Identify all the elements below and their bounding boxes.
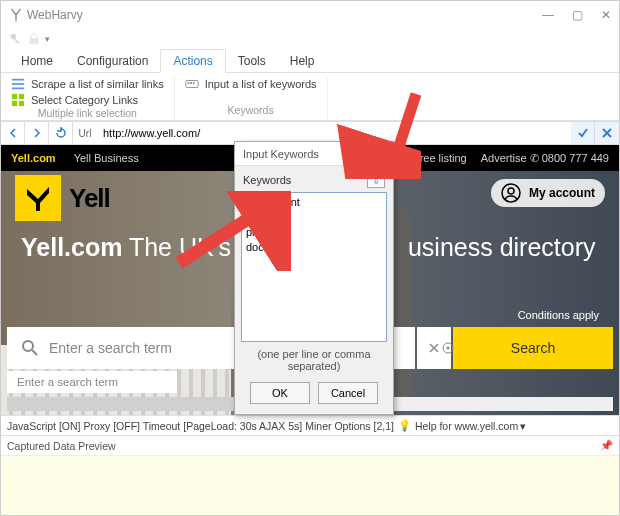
pin-icon[interactable]: 📌 xyxy=(600,439,613,452)
user-icon xyxy=(501,183,521,203)
menu-bar: Home Configuration Actions Tools Help xyxy=(1,49,619,73)
keywords-dropdown-button[interactable]: ⇩ xyxy=(367,172,385,188)
tab-help[interactable]: Help xyxy=(278,50,327,72)
keywords-label: Keywords xyxy=(243,174,291,186)
target-icon xyxy=(441,341,455,355)
list-icon xyxy=(11,77,25,91)
ribbon-group1-caption: Multiple link selection xyxy=(11,107,164,119)
go-button[interactable] xyxy=(571,122,595,144)
svg-rect-2 xyxy=(30,38,39,44)
tab-tools[interactable]: Tools xyxy=(226,50,278,72)
svg-rect-1 xyxy=(14,38,20,44)
status-text: JavaScript [ON] Proxy [OFF] Timeout [Pag… xyxy=(7,420,394,432)
svg-rect-4 xyxy=(12,83,24,85)
tab-actions[interactable]: Actions xyxy=(160,49,225,73)
yell-logo-icon xyxy=(23,183,53,213)
bulb-icon: 💡 xyxy=(398,419,411,432)
svg-rect-5 xyxy=(12,88,24,90)
scrape-similar-links-button[interactable]: Scrape a list of similar links xyxy=(11,77,164,91)
hero-brand: Yell.com xyxy=(21,233,122,261)
svg-rect-8 xyxy=(12,101,17,106)
phone-number: 0800 777 449 xyxy=(542,152,609,164)
captured-body xyxy=(1,456,619,516)
tab-home[interactable]: Home xyxy=(9,50,65,72)
search-icon xyxy=(21,339,39,357)
quick-access-toolbar: ▾ xyxy=(1,29,619,49)
x-icon xyxy=(601,127,613,139)
category-icon xyxy=(11,93,25,107)
search-button[interactable]: Search xyxy=(453,327,613,369)
check-icon xyxy=(577,127,589,139)
svg-point-16 xyxy=(23,341,33,351)
search-echo: Enter a search term xyxy=(7,371,177,393)
select-category-links-label: Select Category Links xyxy=(31,94,138,106)
svg-rect-13 xyxy=(193,82,195,84)
arrow-left-icon xyxy=(7,127,19,139)
input-keywords-dialog: Input Keywords ✕ Keywords ⇩ (one per lin… xyxy=(234,141,394,415)
advertise-link[interactable]: Advertise xyxy=(481,152,527,164)
back-button[interactable] xyxy=(1,122,25,144)
url-label: Url xyxy=(73,122,97,144)
search-placeholder: Enter a search term xyxy=(49,340,172,356)
tab-configuration[interactable]: Configuration xyxy=(65,50,160,72)
window-titlebar: WebHarvy — ▢ ✕ xyxy=(1,1,619,29)
site-logo-text: Yell xyxy=(69,183,110,214)
ok-button[interactable]: OK xyxy=(250,382,310,404)
app-icon xyxy=(9,8,23,22)
svg-rect-3 xyxy=(12,79,24,81)
chevron-down-icon: ⇩ xyxy=(372,175,380,186)
keywords-textarea[interactable] xyxy=(241,192,387,342)
svg-point-15 xyxy=(508,188,514,194)
ribbon-group-keywords: Input a list of keywords Keywords xyxy=(175,77,328,120)
scrape-similar-links-label: Scrape a list of similar links xyxy=(31,78,164,90)
select-category-links-button[interactable]: Select Category Links xyxy=(11,93,164,107)
cancel-button[interactable]: Cancel xyxy=(318,382,378,404)
qat-tool-icon[interactable] xyxy=(9,32,23,46)
dialog-title: Input Keywords xyxy=(243,148,319,160)
reload-button[interactable] xyxy=(49,122,73,144)
svg-point-18 xyxy=(447,347,450,350)
status-chevron-icon[interactable]: ▾ xyxy=(520,420,526,432)
phone-icon: ✆ xyxy=(530,152,539,164)
svg-rect-7 xyxy=(19,94,24,99)
window-close-button[interactable]: ✕ xyxy=(601,8,611,22)
my-account-label: My account xyxy=(529,186,595,200)
site-tab-business[interactable]: Yell Business xyxy=(74,152,139,164)
dialog-close-button[interactable]: ✕ xyxy=(363,144,385,164)
input-keywords-button[interactable]: Input a list of keywords xyxy=(185,77,317,91)
ribbon: Scrape a list of similar links Select Ca… xyxy=(1,73,619,121)
ribbon-group-links: Scrape a list of similar links Select Ca… xyxy=(1,77,175,120)
svg-rect-11 xyxy=(187,82,189,84)
window-minimize-button[interactable]: — xyxy=(542,8,554,22)
captured-data-panel: Captured Data Preview 📌 xyxy=(1,435,619,516)
stop-button[interactable] xyxy=(595,122,619,144)
qat-dropdown-icon[interactable]: ▾ xyxy=(45,34,50,44)
x-circle-icon xyxy=(427,341,441,355)
status-bar: JavaScript [ON] Proxy [OFF] Timeout [Pag… xyxy=(1,415,619,435)
svg-rect-9 xyxy=(19,101,24,106)
forward-button[interactable] xyxy=(25,122,49,144)
my-account-button[interactable]: My account xyxy=(491,179,605,207)
ribbon-group2-caption: Keywords xyxy=(185,104,317,116)
free-listing-link[interactable]: et a free listing xyxy=(395,152,467,164)
site-tab-yellcom[interactable]: Yell.com xyxy=(11,152,56,164)
reload-icon xyxy=(55,127,67,139)
qat-lock-icon[interactable] xyxy=(27,32,41,46)
keyboard-icon xyxy=(185,77,199,91)
window-title: WebHarvy xyxy=(27,8,83,22)
conditions-apply: Conditions apply xyxy=(518,309,599,321)
window-maximize-button[interactable]: ▢ xyxy=(572,8,583,22)
site-logo[interactable]: Yell xyxy=(15,175,110,221)
svg-rect-6 xyxy=(12,94,17,99)
keywords-hint: (one per line or comma separated) xyxy=(235,346,393,378)
status-help-link[interactable]: Help for www.yell.com xyxy=(415,420,518,432)
input-keywords-label: Input a list of keywords xyxy=(205,78,317,90)
arrow-right-icon xyxy=(31,127,43,139)
captured-title: Captured Data Preview xyxy=(7,440,116,452)
svg-rect-12 xyxy=(190,82,192,84)
search-clear-button[interactable] xyxy=(417,327,451,369)
